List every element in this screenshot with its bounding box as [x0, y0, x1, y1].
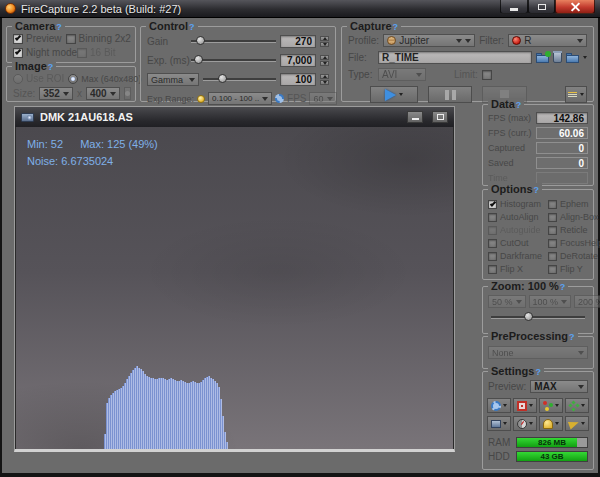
derotate-checkbox[interactable]: DeRotate: [548, 251, 596, 261]
preview-maximize-button[interactable]: [432, 111, 448, 123]
minimize-button[interactable]: [500, 0, 528, 14]
help-icon[interactable]: ?: [516, 100, 522, 110]
flipy-checkbox[interactable]: Flip Y: [548, 264, 596, 274]
slider-thumb[interactable]: [218, 74, 227, 83]
log-list-button[interactable]: [565, 86, 587, 103]
help-icon[interactable]: ?: [535, 367, 541, 377]
preview-window-titlebar[interactable]: DMK 21AU618.AS: [15, 107, 454, 127]
preview-mode-select[interactable]: MAX: [530, 380, 588, 393]
max-resolution-radio[interactable]: Max (640x480): [68, 74, 141, 84]
type-select[interactable]: AVI: [378, 68, 426, 81]
capture-settings-button[interactable]: [513, 398, 537, 413]
autoalign-checkbox[interactable]: AutoAlign: [488, 212, 546, 222]
zoom-200-button[interactable]: 200 %: [574, 295, 600, 308]
height-select[interactable]: 400: [86, 87, 120, 100]
align-settings-button[interactable]: [565, 398, 589, 413]
app-logo-icon: [5, 3, 16, 14]
checkbox-icon: [548, 226, 557, 235]
slider-thumb[interactable]: [196, 36, 205, 45]
filter-select[interactable]: R: [508, 34, 587, 47]
help-icon[interactable]: ?: [393, 22, 399, 32]
minimize-icon: [412, 118, 419, 120]
ephem-checkbox[interactable]: Ephem: [548, 199, 596, 209]
size-separator: x: [77, 88, 82, 99]
open-folder-icon[interactable]: [566, 53, 579, 63]
help-icon[interactable]: ?: [48, 62, 54, 72]
hdd-progress-bar: 43 GB: [516, 451, 588, 462]
fps-select[interactable]: 60: [309, 92, 336, 105]
help-icon[interactable]: ?: [56, 22, 62, 32]
title-bar[interactable]: FireCapture 2.2 beta (Build: #27): [0, 0, 600, 18]
slider-thumb[interactable]: [524, 312, 533, 321]
close-button[interactable]: [555, 0, 595, 14]
gamma-slider[interactable]: [203, 78, 276, 81]
trash-icon[interactable]: [553, 52, 562, 63]
zoom-50-button[interactable]: 50 %: [488, 295, 526, 308]
gain-slider[interactable]: [191, 40, 276, 43]
flipx-checkbox[interactable]: Flip X: [488, 264, 546, 274]
alignbox-checkbox[interactable]: Align-Box: [548, 212, 596, 222]
alert-settings-button[interactable]: [539, 416, 563, 431]
checkbox-icon: [548, 239, 557, 248]
tools-settings-button[interactable]: [565, 416, 589, 431]
maximize-button[interactable]: [528, 0, 555, 14]
gamma-stepper[interactable]: [320, 74, 329, 85]
slider-thumb[interactable]: [194, 55, 203, 64]
performance-settings-button[interactable]: [513, 416, 537, 431]
preview-image[interactable]: Min: 52 Max: 125 (49%) Noise: 6.6735024: [16, 127, 453, 449]
gain-value[interactable]: 270: [280, 35, 316, 48]
reticle-checkbox[interactable]: Reticle: [548, 225, 596, 235]
camera-settings-button[interactable]: [487, 398, 511, 413]
exposure-value[interactable]: 7,000: [280, 54, 316, 67]
zoom-100-button[interactable]: 100 %: [529, 295, 572, 308]
preview-window-title: DMK 21AU618.AS: [40, 111, 398, 123]
chevron-down-icon: [465, 39, 471, 43]
image-stats: Min: 52 Max: 125 (49%) Noise: 6.6735024: [27, 136, 158, 170]
record-icon: [517, 401, 527, 411]
settings-panel: Settings? Preview: MAX RAM 826 MB: [482, 371, 594, 470]
exposure-slider[interactable]: [191, 59, 276, 62]
cutout-checkbox[interactable]: CutOut: [488, 238, 546, 248]
pause-button[interactable]: [428, 86, 472, 103]
help-icon[interactable]: ?: [189, 22, 195, 32]
focushelp-checkbox[interactable]: FocusHelp: [548, 238, 596, 248]
radio-icon: [68, 74, 78, 84]
checkbox-icon: [488, 200, 497, 209]
help-icon[interactable]: ?: [560, 282, 566, 292]
preview-minimize-button[interactable]: [407, 111, 423, 123]
histogram-checkbox[interactable]: Histogram: [488, 199, 546, 209]
gamma-select[interactable]: Gamma: [147, 73, 199, 86]
exp-range-select[interactable]: 0.100 - 100 ...: [208, 92, 272, 105]
checkbox-icon: [548, 252, 557, 261]
chevron-down-icon: [577, 39, 583, 43]
gear-icon[interactable]: [275, 94, 284, 103]
new-folder-icon[interactable]: [536, 53, 549, 63]
width-select[interactable]: 352: [39, 87, 73, 100]
preprocessing-select[interactable]: None: [488, 346, 588, 359]
color-settings-button[interactable]: [539, 398, 563, 413]
limit-checkbox[interactable]: [482, 70, 492, 80]
file-name-input[interactable]: R_TIME: [378, 51, 532, 64]
exposure-stepper[interactable]: [320, 55, 329, 66]
image-panel-title: Image: [15, 60, 47, 72]
darkframe-checkbox[interactable]: Darkframe: [488, 251, 546, 261]
chevron-down-icon[interactable]: [583, 56, 587, 59]
use-roi-radio[interactable]: Use ROI: [13, 73, 64, 84]
record-button[interactable]: [370, 86, 418, 103]
profile-select[interactable]: Jupiter: [383, 34, 475, 47]
help-icon[interactable]: ?: [569, 332, 575, 342]
system-settings-button[interactable]: [487, 416, 511, 431]
zoom-slider[interactable]: [491, 316, 585, 319]
green-cross-icon: [569, 401, 579, 411]
help-icon[interactable]: ?: [534, 185, 540, 195]
file-label: File:: [348, 52, 374, 63]
chevron-down-icon: [578, 351, 584, 355]
fps-max-value: 142.86: [536, 112, 588, 124]
gain-stepper[interactable]: [320, 36, 329, 47]
night-mode-checkbox[interactable]: Night mode: [13, 47, 73, 58]
binning-checkbox[interactable]: Binning 2x2: [66, 33, 131, 44]
gamma-value[interactable]: 100: [280, 73, 316, 86]
autoguide-checkbox: Autoguide: [488, 225, 546, 235]
time-label: Time: [488, 173, 532, 183]
preview-checkbox[interactable]: Preview: [13, 33, 62, 44]
